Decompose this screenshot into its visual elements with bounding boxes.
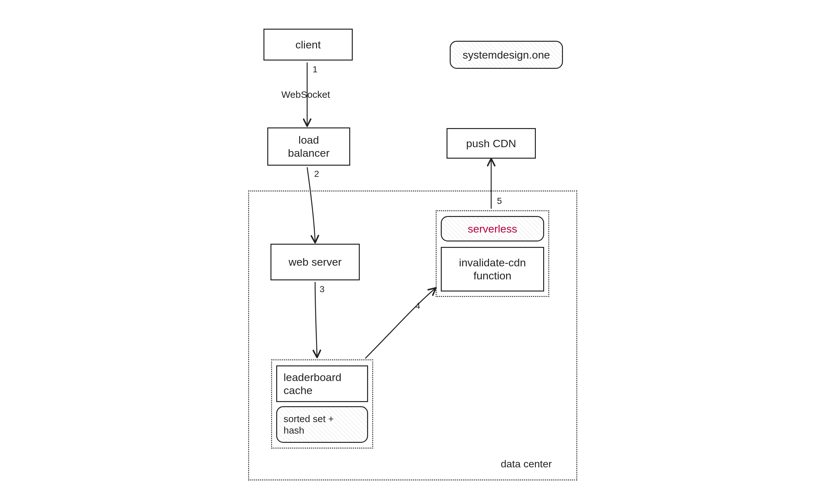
- web-server-label: web server: [289, 256, 342, 269]
- leaderboard-cache-node: leaderboard cache: [276, 365, 368, 402]
- data-center-label: data center: [501, 458, 552, 470]
- edge-5-num: 5: [497, 196, 502, 206]
- load-balancer-node: load balancer: [267, 127, 350, 166]
- watermark-text: systemdesign.one: [462, 48, 550, 61]
- serverless-node: serverless: [441, 216, 544, 241]
- watermark-brand-box: systemdesign.one: [450, 41, 563, 69]
- diagram-canvas: data center systemdesign.one client load…: [0, 0, 813, 504]
- edge-1-num: 1: [313, 64, 318, 75]
- serverless-label: serverless: [468, 222, 517, 235]
- load-balancer-label: load balancer: [288, 133, 330, 160]
- edge-1-label: WebSocket: [281, 89, 330, 100]
- invalidate-cdn-function-label: invalidate-cdn function: [459, 256, 526, 282]
- invalidate-cdn-function-node: invalidate-cdn function: [441, 247, 544, 292]
- edge-3-num: 3: [320, 284, 325, 294]
- push-cdn-label: push CDN: [466, 137, 516, 150]
- client-label: client: [295, 38, 321, 51]
- web-server-node: web server: [271, 244, 360, 280]
- sorted-set-hash-label: sorted set + hash: [284, 413, 334, 436]
- edge-4-num: 4: [415, 301, 420, 311]
- push-cdn-node: push CDN: [446, 128, 536, 159]
- edge-2-num: 2: [314, 169, 319, 179]
- client-node: client: [264, 29, 353, 61]
- leaderboard-cache-label: leaderboard cache: [284, 371, 341, 397]
- sorted-set-hash-node: sorted set + hash: [276, 406, 368, 443]
